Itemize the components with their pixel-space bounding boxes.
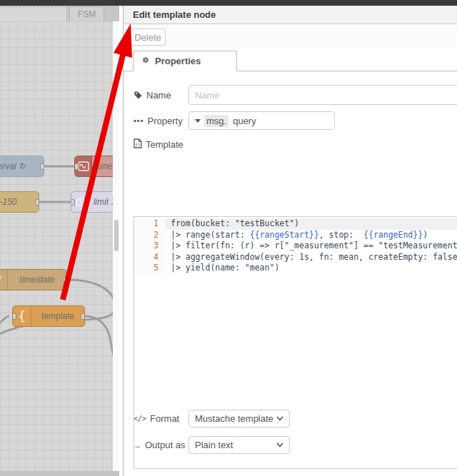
node-interval[interactable]: interval ↻ (0, 156, 44, 177)
format-label-text: Format (150, 413, 179, 424)
input-port[interactable] (71, 199, 75, 206)
tab-properties-label: Properties (155, 56, 201, 66)
flow-tab-partial[interactable] (0, 6, 67, 21)
node-label: limit 1 ms (89, 197, 113, 207)
panel-title: Edit template node (124, 6, 457, 24)
output-port[interactable] (40, 163, 44, 170)
node-label: time/date (8, 275, 66, 285)
template-label-text: Template (146, 139, 184, 150)
output-as-select[interactable]: Plain text (189, 436, 290, 454)
node-template[interactable]: { template (12, 305, 85, 327)
input-port[interactable] (12, 313, 16, 320)
tag-icon (134, 91, 143, 100)
workspace-vertical-scrollbar[interactable] (113, 21, 119, 471)
flow-wires (0, 21, 113, 471)
format-select[interactable]: Mustache template (189, 410, 290, 427)
property-type-button[interactable]: msg. (189, 112, 233, 129)
panel-tabs: Properties (124, 49, 457, 71)
flow-tabbar: FSM (0, 6, 123, 21)
code-line[interactable]: 3|> filter(fn: (r) => r["_measurement"] … (134, 240, 457, 252)
property-value-input[interactable] (233, 116, 335, 126)
format-label: </> Format (134, 413, 189, 424)
file-code-icon (134, 138, 142, 151)
property-label-text: Property (148, 116, 183, 126)
output-port[interactable] (63, 277, 67, 283)
code-brackets-icon: </> (134, 415, 146, 422)
node-timedate[interactable]: f time/date (0, 269, 67, 290)
code-line[interactable]: 2|> range(start: {{rangeStart}}, stop: {… (134, 230, 457, 241)
name-label-text: Name (146, 90, 171, 101)
name-input[interactable] (189, 85, 457, 105)
delete-button[interactable]: Delete (130, 29, 166, 46)
output-as-label: → Output as (134, 440, 189, 450)
ellipsis-icon: ••• (134, 116, 144, 125)
flow-workspace: FSM interval ↻ sineWave (0, 6, 123, 476)
node-label: interval ↻ (0, 161, 44, 171)
tab-properties[interactable]: Properties (133, 51, 237, 71)
format-select-value: Mustache template (195, 413, 273, 424)
gear-icon (141, 55, 151, 67)
node-sinewave[interactable]: sineWave (74, 156, 113, 177)
flow-canvas[interactable]: interval ↻ sineWave ms-150 (0, 21, 113, 471)
output-as-label-text: Output as (145, 440, 185, 450)
code-line[interactable]: 1from(bucket: "testBucket") (134, 218, 457, 230)
code-line[interactable]: 4|> aggregateWindow(every: 1s, fn: mean,… (134, 252, 457, 263)
template-label: Template (134, 138, 184, 151)
edit-node-panel: Edit template node Delete Properties (123, 6, 457, 476)
node-label: template (31, 311, 84, 321)
scrollbar-thumb[interactable] (114, 220, 119, 251)
input-port[interactable] (74, 163, 79, 170)
chevron-down-icon (276, 442, 283, 447)
output-port[interactable] (35, 199, 39, 206)
output-as-select-value: Plain text (195, 440, 233, 450)
property-label: ••• Property (134, 116, 189, 126)
property-type-chip: msg. (204, 115, 228, 127)
template-code-editor[interactable]: 1from(bucket: "testBucket")2|> range(sta… (134, 216, 457, 469)
node-ms150[interactable]: ms-150 (0, 191, 39, 213)
output-port[interactable] (81, 313, 85, 320)
code-line[interactable]: 5|> yield(name: "mean") (134, 263, 457, 274)
arrow-right-icon: → (134, 441, 141, 450)
panel-toolbar: Delete (124, 24, 457, 49)
chevron-down-icon (195, 119, 201, 123)
node-limit[interactable]: limit 1 ms (71, 191, 113, 213)
code-lines: 1from(bucket: "testBucket")2|> range(sta… (134, 218, 457, 274)
property-typed-input[interactable]: msg. (189, 111, 335, 130)
window-top-strip (0, 0, 457, 6)
chevron-down-icon (276, 416, 283, 421)
node-label: sineWave (92, 161, 113, 171)
workspace-horizontal-scrollbar[interactable] (0, 471, 119, 476)
function-icon: f (0, 270, 8, 290)
node-label: ms-150 (0, 197, 39, 207)
name-label: Name (134, 90, 189, 101)
flow-tab-fsm[interactable]: FSM (69, 6, 104, 21)
